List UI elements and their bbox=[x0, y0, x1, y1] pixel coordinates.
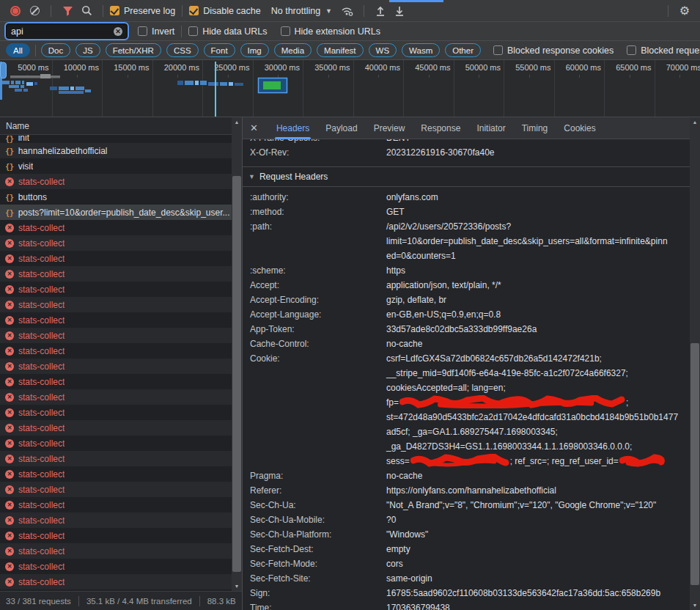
request-row[interactable]: ✕stats-collect bbox=[0, 235, 232, 251]
header-value[interactable]: application/json, text/plain, */* bbox=[386, 278, 690, 293]
request-row[interactable]: {}visit bbox=[0, 158, 232, 174]
header-value[interactable]: onlyfans.com bbox=[386, 190, 690, 205]
header-value[interactable]: cors bbox=[386, 556, 690, 571]
header-value[interactable]: "Not_A Brand";v="8", "Chromium";v="120",… bbox=[386, 498, 690, 512]
scroll-up-icon[interactable]: ▲ bbox=[232, 120, 242, 125]
details-scrollbar[interactable]: ▲ ▼ bbox=[690, 117, 700, 610]
hide-data-urls-checkbox[interactable]: Hide data URLs bbox=[188, 26, 267, 37]
filter-pill-wasm[interactable]: Wasm bbox=[402, 43, 440, 57]
disable-cache-checkbox[interactable]: Disable cache bbox=[189, 6, 261, 16]
header-value[interactable]: /api2/v2/users/20572336/posts?limit=10&o… bbox=[386, 219, 690, 263]
header-value[interactable]: no-cache bbox=[386, 337, 690, 351]
request-row[interactable]: ✕stats-collect bbox=[0, 220, 232, 235]
tab-cookies[interactable]: Cookies bbox=[556, 117, 603, 139]
header-value[interactable]: empty bbox=[386, 542, 690, 556]
filter-pill-other[interactable]: Other bbox=[445, 43, 481, 57]
header-value[interactable]: DENY bbox=[386, 139, 690, 145]
checkbox-blocked-response-cookies[interactable]: Blocked response cookies bbox=[493, 45, 614, 56]
invert-checkbox[interactable]: Invert bbox=[138, 26, 174, 37]
filter-pill-media[interactable]: Media bbox=[274, 43, 312, 57]
request-row[interactable]: ✕stats-collect bbox=[0, 174, 232, 189]
request-row[interactable]: ✕stats-collect bbox=[0, 312, 232, 328]
request-row[interactable]: ✕stats-collect bbox=[0, 451, 232, 466]
request-row[interactable]: ✕stats-collect bbox=[0, 497, 232, 512]
network-overview-timeline[interactable]: 5000 ms10000 ms15000 ms20000 ms25000 ms3… bbox=[0, 60, 700, 117]
request-row[interactable]: ✕stats-collect bbox=[0, 251, 232, 266]
request-headers-section-header[interactable]: ▼ Request Headers bbox=[243, 167, 690, 187]
request-row[interactable]: ✕stats-collect bbox=[0, 528, 232, 543]
filter-toggle-button[interactable] bbox=[58, 2, 77, 20]
request-row[interactable]: {}hannahelizabethofficial bbox=[0, 143, 232, 158]
request-row[interactable]: ✕stats-collect bbox=[0, 436, 232, 451]
preserve-log-checkbox[interactable]: Preserve log bbox=[110, 6, 175, 16]
scrollbar-thumb[interactable] bbox=[232, 176, 241, 572]
scroll-down-icon[interactable]: ▼ bbox=[690, 603, 700, 608]
export-har-button[interactable] bbox=[390, 2, 409, 20]
request-row[interactable]: ✕stats-collect bbox=[0, 389, 232, 405]
filter-pill-js[interactable]: JS bbox=[75, 43, 100, 57]
search-button[interactable] bbox=[77, 2, 96, 20]
header-value[interactable]: csrf=LdfcGX4Sa72db06824c657db26a5d142472… bbox=[386, 351, 690, 468]
filter-pill-font[interactable]: Font bbox=[204, 43, 235, 57]
request-row[interactable]: {}init bbox=[0, 135, 232, 143]
request-row[interactable]: ✕stats-collect bbox=[0, 328, 232, 343]
header-value[interactable]: no-cache bbox=[386, 468, 690, 483]
scroll-down-icon[interactable]: ▼ bbox=[232, 584, 242, 589]
tab-preview[interactable]: Preview bbox=[366, 117, 413, 139]
request-row[interactable]: ✕stats-collect bbox=[0, 297, 232, 312]
clear-filter-icon[interactable]: ✕ bbox=[114, 27, 122, 36]
header-value[interactable]: https bbox=[386, 263, 690, 278]
request-row[interactable]: ✕stats-collect bbox=[0, 374, 232, 389]
scrollbar-thumb[interactable] bbox=[690, 343, 699, 585]
request-row[interactable]: ✕stats-collect bbox=[0, 282, 232, 297]
filter-pill-css[interactable]: CSS bbox=[166, 43, 199, 57]
name-column-header[interactable]: Name bbox=[0, 117, 242, 135]
request-row[interactable]: ✕stats-collect bbox=[0, 574, 232, 589]
header-value[interactable]: ?0 bbox=[386, 512, 690, 527]
throttling-dropdown[interactable]: No throttling ▼ bbox=[271, 6, 332, 16]
filter-pill-img[interactable]: Img bbox=[240, 43, 269, 57]
header-value[interactable]: 33d57ade8c02dbc5a333db99ff9ae26a bbox=[386, 322, 690, 337]
filter-pill-fetchxhr[interactable]: Fetch/XHR bbox=[106, 43, 161, 57]
request-row[interactable]: {}buttons bbox=[0, 189, 232, 205]
request-row[interactable]: ✕stats-collect bbox=[0, 343, 232, 359]
network-conditions-button[interactable] bbox=[338, 2, 357, 20]
header-value[interactable]: "Windows" bbox=[386, 527, 690, 542]
tab-headers[interactable]: Headers bbox=[268, 117, 317, 139]
header-value[interactable]: GET bbox=[386, 205, 690, 219]
header-value[interactable]: 16785:5aad9602cf110608b03133de563642fac1… bbox=[386, 586, 690, 600]
request-row[interactable]: ✕stats-collect bbox=[0, 359, 232, 374]
settings-button[interactable]: ⚙ bbox=[675, 2, 694, 20]
hide-extension-urls-checkbox[interactable]: Hide extension URLs bbox=[281, 26, 380, 37]
filter-input[interactable]: api ✕ bbox=[6, 23, 128, 39]
header-value[interactable]: https://onlyfans.com/hannahelizabethoffi… bbox=[386, 483, 690, 498]
filter-pill-all[interactable]: All bbox=[6, 43, 30, 57]
record-button[interactable] bbox=[6, 2, 25, 20]
header-value[interactable]: same-origin bbox=[386, 571, 690, 586]
request-row[interactable]: ✕stats-collect bbox=[0, 405, 232, 420]
scroll-up-icon[interactable]: ▲ bbox=[690, 120, 700, 125]
filter-pill-manifest[interactable]: Manifest bbox=[317, 43, 363, 57]
request-row[interactable]: ✕stats-collect bbox=[0, 266, 232, 282]
filter-pill-doc[interactable]: Doc bbox=[41, 43, 70, 57]
filter-pill-ws[interactable]: WS bbox=[369, 43, 397, 57]
tab-timing[interactable]: Timing bbox=[514, 117, 556, 139]
request-list-scrollbar[interactable]: ▲ ▼ bbox=[232, 117, 242, 591]
header-value[interactable]: gzip, deflate, br bbox=[386, 293, 690, 307]
header-value[interactable]: 202312261916-30670fa40e bbox=[386, 145, 690, 160]
request-row[interactable]: ✕stats-collect bbox=[0, 466, 232, 482]
tab-payload[interactable]: Payload bbox=[317, 117, 365, 139]
header-value[interactable]: 1703636799438 bbox=[386, 600, 690, 610]
request-row[interactable]: ✕stats-collect bbox=[0, 543, 232, 559]
request-row[interactable]: ✕stats-collect bbox=[0, 512, 232, 528]
request-row[interactable]: ✕stats-collect bbox=[0, 420, 232, 436]
request-row[interactable]: ✕stats-collect bbox=[0, 559, 232, 574]
request-row-selected[interactable]: {}posts?limit=10&order=publish_date_desc… bbox=[0, 205, 232, 220]
clear-button[interactable] bbox=[25, 2, 44, 20]
checkbox-blocked-requests[interactable]: Blocked requests bbox=[627, 45, 700, 56]
import-har-button[interactable] bbox=[371, 2, 390, 20]
request-row[interactable]: ✕stats-collect bbox=[0, 482, 232, 497]
tab-response[interactable]: Response bbox=[413, 117, 468, 139]
header-value[interactable]: en-GB,en-US;q=0.9,en;q=0.8 bbox=[386, 307, 690, 322]
close-icon[interactable]: ✕ bbox=[250, 122, 258, 133]
